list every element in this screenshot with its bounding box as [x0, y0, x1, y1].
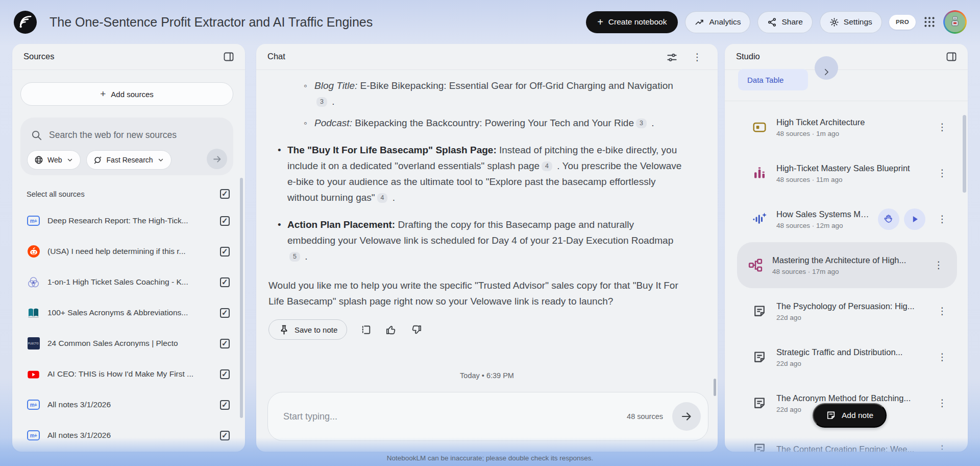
- create-notebook-button[interactable]: + Create notebook: [586, 11, 678, 33]
- citation-badge[interactable]: 5: [289, 252, 300, 262]
- citation-badge[interactable]: 3: [316, 97, 327, 107]
- source-checkbox[interactable]: [220, 339, 230, 348]
- assistant-closing-question: Would you like me to help you write the …: [268, 277, 684, 309]
- top-bar: The One-Sentence Profit Extractor and AI…: [0, 0, 980, 44]
- source-row[interactable]: AI CEO: THIS is How I'd Make My First ..…: [12, 359, 245, 389]
- reddit-icon: [27, 245, 40, 258]
- chat-settings-icon[interactable]: [666, 52, 678, 63]
- studio-panel-title: Studio: [736, 52, 760, 61]
- carousel-next-button[interactable]: [815, 56, 838, 80]
- trending-up-icon: [695, 17, 704, 27]
- search-submit-button[interactable]: [207, 149, 227, 169]
- notebooklm-logo[interactable]: [13, 10, 37, 34]
- source-favicon: [27, 275, 40, 289]
- more-options-icon[interactable]: ⋮: [936, 443, 948, 452]
- source-row[interactable]: m+ Deep Research Report: The High-Tick..…: [12, 205, 245, 236]
- source-checkbox[interactable]: [220, 277, 230, 287]
- settings-button[interactable]: Settings: [820, 11, 882, 33]
- studio-row[interactable]: High-Ticket Mastery Sales Blueprint 48 s…: [729, 150, 964, 196]
- share-icon: [767, 17, 777, 27]
- send-button[interactable]: [672, 402, 701, 431]
- more-options-icon[interactable]: ⋮: [936, 351, 948, 363]
- note-document-icon: [752, 396, 767, 410]
- select-all-label: Select all sources: [27, 190, 85, 198]
- studio-item-title: The Psychology of Persuasion: Hig...: [776, 301, 927, 311]
- collapse-sources-icon[interactable]: [223, 51, 235, 63]
- source-row[interactable]: 100+ Sales Acronyms & Abbreviations...: [12, 297, 245, 328]
- pin-icon: [278, 324, 290, 336]
- disclaimer: NotebookLM can be inaccurate; please dou…: [0, 454, 980, 462]
- plecto-icon: PLECTO: [28, 337, 40, 350]
- analytics-button[interactable]: Analytics: [685, 11, 750, 33]
- apps-grid-icon[interactable]: [923, 15, 936, 29]
- note-document-icon: [752, 350, 767, 364]
- studio-item-meta: 22d ago: [776, 360, 927, 367]
- source-row[interactable]: m+ All notes 3/1/2026: [12, 389, 245, 420]
- source-checkbox[interactable]: [220, 247, 230, 257]
- source-row[interactable]: (USA) I need help determining if this r.…: [12, 236, 245, 267]
- gear-icon: [829, 17, 839, 27]
- chat-more-options-icon[interactable]: ⋮: [691, 51, 703, 63]
- copy-icon[interactable]: [360, 324, 372, 336]
- chat-panel: Chat ⋮ Blog Title: E-Bike Bikepacking: E…: [256, 44, 718, 452]
- thumbs-up-icon[interactable]: [385, 324, 397, 336]
- chat-scrollbar[interactable]: [714, 379, 716, 396]
- data-table-chip[interactable]: Data Table: [738, 69, 808, 90]
- more-options-icon[interactable]: ⋮: [936, 305, 948, 317]
- source-row[interactable]: 1-on-1 High Ticket Sales Coaching - K...: [12, 267, 245, 297]
- fast-research-dropdown[interactable]: Fast Research: [86, 150, 172, 170]
- notebook-title[interactable]: The One-Sentence Profit Extractor and AI…: [50, 15, 579, 30]
- studio-scrollbar[interactable]: [963, 115, 966, 193]
- thumbs-down-icon[interactable]: [410, 324, 422, 336]
- studio-row[interactable]: The Psychology of Persuasion: Hig... 22d…: [729, 288, 964, 334]
- web-search-box: Web Fast Research: [20, 118, 233, 175]
- studio-row[interactable]: Mastering the Architecture of High... 48…: [737, 242, 957, 288]
- studio-item-meta: 48 sources · 17m ago: [772, 268, 924, 275]
- studio-row[interactable]: The Content Creation Engine: Wee... ⋮: [729, 426, 964, 452]
- add-sources-button[interactable]: + Add sources: [20, 82, 233, 106]
- more-options-icon[interactable]: ⋮: [936, 121, 948, 133]
- chat-input[interactable]: [283, 411, 618, 422]
- source-checkbox[interactable]: [220, 216, 230, 226]
- citation-badge[interactable]: 4: [377, 193, 388, 203]
- play-button[interactable]: [904, 208, 925, 230]
- sources-panel-title: Sources: [23, 52, 55, 61]
- studio-row[interactable]: Strategic Traffic and Distribution... 22…: [729, 334, 964, 380]
- source-row[interactable]: PLECTO 24 Common Sales Acronyms | Plecto: [12, 328, 245, 359]
- studio-item-title: High Ticket Architecture: [776, 118, 927, 127]
- avatar[interactable]: [943, 10, 967, 34]
- citation-badge[interactable]: 4: [542, 161, 552, 171]
- interactive-mode-button[interactable]: [878, 208, 899, 230]
- arrow-right-icon: [212, 154, 222, 164]
- source-title: All notes 3/1/2026: [47, 431, 213, 440]
- more-options-icon[interactable]: ⋮: [936, 213, 948, 225]
- note-document-icon: [752, 304, 767, 318]
- add-note-button[interactable]: Add note: [813, 403, 887, 428]
- more-options-icon[interactable]: ⋮: [936, 397, 948, 409]
- citation-badge[interactable]: 3: [636, 119, 647, 128]
- chevron-right-icon: [822, 67, 831, 77]
- save-to-note-button[interactable]: Save to note: [268, 319, 347, 340]
- share-button[interactable]: Share: [757, 11, 812, 33]
- hand-wave-icon: [883, 214, 894, 225]
- assistant-message: Blog Title: E-Bike Bikepacking: Essentia…: [268, 78, 684, 309]
- source-checkbox[interactable]: [220, 308, 230, 318]
- studio-item-meta: 22d ago: [776, 314, 927, 321]
- search-web-input[interactable]: [49, 130, 201, 141]
- source-row[interactable]: m+ All notes 3/1/2026: [12, 420, 245, 451]
- studio-row[interactable]: How Sales Systems Map... 48 sources · 12…: [729, 196, 964, 242]
- source-favicon: m+: [27, 214, 40, 228]
- source-checkbox[interactable]: [220, 369, 230, 379]
- more-options-icon[interactable]: ⋮: [933, 259, 945, 271]
- studio-row[interactable]: High Ticket Architecture 48 sources · 1m…: [729, 104, 964, 150]
- source-checkbox[interactable]: [220, 431, 230, 440]
- chat-panel-title: Chat: [267, 52, 285, 61]
- web-source-dropdown[interactable]: Web: [27, 150, 81, 170]
- search-icon: [31, 129, 42, 141]
- source-checkbox[interactable]: [220, 400, 230, 410]
- collapse-studio-icon[interactable]: [945, 51, 958, 63]
- more-options-icon[interactable]: ⋮: [936, 167, 948, 179]
- sources-scrollbar[interactable]: [240, 178, 243, 418]
- select-all-checkbox[interactable]: [220, 189, 230, 199]
- sources-panel: Sources + Add sources Web Fast Research: [12, 44, 245, 452]
